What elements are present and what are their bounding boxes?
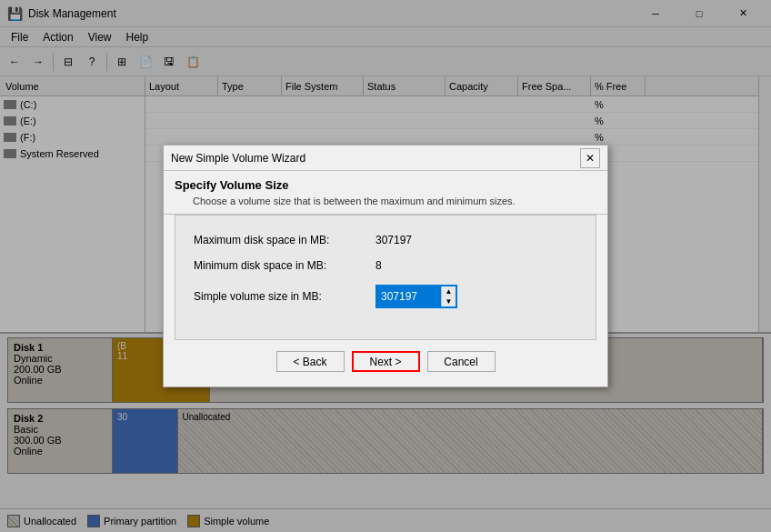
modal-title: New Simple Volume Wizard — [171, 152, 580, 165]
min-space-label: Minimum disk space in MB: — [194, 259, 375, 272]
spin-buttons: ▲ ▼ — [441, 286, 456, 306]
modal-close-button[interactable]: ✕ — [580, 148, 600, 168]
max-space-label: Maximum disk space in MB: — [194, 234, 375, 246]
volume-size-row: Simple volume size in MB: ▲ ▼ — [194, 285, 577, 308]
volume-size-input[interactable] — [377, 286, 441, 306]
max-space-row: Maximum disk space in MB: 307197 — [194, 234, 577, 246]
modal-titlebar: New Simple Volume Wizard ✕ — [164, 146, 607, 171]
min-space-row: Minimum disk space in MB: 8 — [194, 259, 577, 272]
volume-size-spinner[interactable]: ▲ ▼ — [375, 285, 457, 308]
cancel-button[interactable]: Cancel — [427, 351, 496, 372]
modal-section-desc: Choose a volume size that is between the… — [175, 196, 596, 206]
modal-overlay: New Simple Volume Wizard ✕ Specify Volum… — [0, 0, 771, 532]
min-space-value: 8 — [375, 259, 382, 272]
next-button[interactable]: Next > — [352, 351, 420, 372]
modal-header-section: Specify Volume Size Choose a volume size… — [164, 171, 607, 215]
spin-down-button[interactable]: ▼ — [442, 296, 456, 306]
max-space-value: 307197 — [375, 234, 412, 246]
modal-footer: < Back Next > Cancel — [164, 340, 607, 386]
modal-content-area: Maximum disk space in MB: 307197 Minimum… — [175, 215, 596, 340]
modal-section-title: Specify Volume Size — [175, 178, 596, 192]
spin-up-button[interactable]: ▲ — [442, 286, 456, 296]
back-button[interactable]: < Back — [276, 351, 345, 372]
wizard-modal: New Simple Volume Wizard ✕ Specify Volum… — [163, 145, 608, 387]
volume-size-label: Simple volume size in MB: — [194, 290, 375, 303]
